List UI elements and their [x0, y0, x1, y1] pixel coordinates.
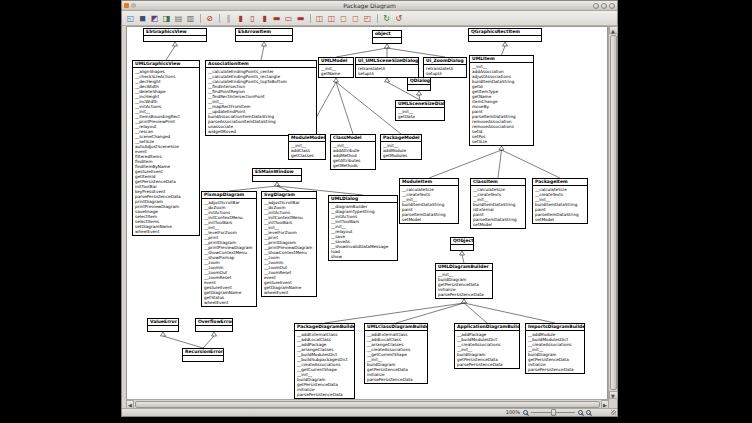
inheritance-edge	[336, 48, 387, 57]
inheritance-edge	[336, 82, 401, 134]
class-box-PixmapDiagram[interactable]: PixmapDiagram__adjustScrollBar__doZoom__…	[201, 191, 257, 307]
class-name: PixmapDiagram	[202, 192, 256, 199]
class-box-UMLGraphicsView[interactable]: UMLGraphicsView__alignShapes__checkSizeA…	[132, 60, 200, 236]
class-name: UMLClassDiagramBuilder	[365, 324, 427, 331]
same-width-icon[interactable]: ◻	[338, 13, 349, 24]
align-top-icon[interactable]: ▬	[271, 13, 282, 24]
class-box-PackageDiagramBuilder[interactable]: PackageDiagramBuilder__addExternalClass_…	[294, 323, 355, 399]
class-members: __init__getName	[319, 65, 353, 77]
diagram-canvas[interactable]: E5GraphicsViewE5ArrowItemobjectQGraphics…	[127, 27, 610, 408]
inheritance-arrow	[385, 44, 390, 48]
inheritance-arrow	[462, 299, 467, 303]
align-bottom-icon[interactable]: ▬	[295, 13, 306, 24]
class-box-UMLSceneSizeDialog[interactable]: UMLSceneSizeDialog__init__getData	[395, 100, 445, 121]
class-box-E5MainWindow[interactable]: E5MainWindow	[252, 168, 302, 182]
delete-shapes-icon[interactable]: ⊘	[204, 13, 215, 24]
space-horizontally-icon[interactable]: ◫	[314, 13, 325, 24]
class-members: __init__buildDiagramgetPersistenceDatain…	[436, 271, 492, 298]
vertical-scrollbar-thumb[interactable]	[610, 35, 617, 390]
zoom-in-icon[interactable]	[578, 410, 583, 415]
class-box-ApplicationDiagramBuilder[interactable]: ApplicationDiagramBuilder__addPackage__b…	[454, 323, 520, 369]
window-content: E5GraphicsViewE5ArrowItemobjectQGraphics…	[122, 26, 617, 399]
class-name: ModuleModel	[289, 135, 325, 142]
class-name: ClassItem	[471, 179, 525, 186]
align-vcenter-icon[interactable]: ▭	[283, 13, 294, 24]
inheritance-arrow	[262, 42, 267, 46]
inheritance-edge	[502, 150, 561, 178]
class-members: retranslateUisetupUi	[424, 65, 466, 77]
class-members	[144, 36, 206, 41]
class-members: __init__addModulegetModules	[381, 142, 421, 159]
same-size-icon[interactable]: ◰	[362, 13, 373, 24]
class-box-QDialog[interactable]: QDialog	[407, 77, 431, 91]
zoom-slider[interactable]	[531, 409, 575, 416]
class-box-SvgDiagram[interactable]: SvgDiagram__adjustScrollBar__doZoom__ini…	[261, 191, 317, 297]
align-hcenter-icon[interactable]: ▯	[247, 13, 258, 24]
class-name: UMLSceneSizeDialog	[396, 101, 444, 108]
class-box-OverflowError[interactable]: OverflowError	[195, 318, 233, 332]
class-box-object[interactable]: object	[372, 30, 402, 44]
class-name: QDialog	[408, 78, 430, 85]
class-box-E5GraphicsView[interactable]: E5GraphicsView	[143, 28, 207, 42]
class-members	[408, 85, 430, 90]
class-box-UMLClassDiagramBuilder[interactable]: UMLClassDiagramBuilder__addExternalClass…	[364, 323, 428, 384]
open-diagram-icon[interactable]: ◱	[125, 13, 136, 24]
inheritance-arrow	[334, 78, 339, 82]
class-members: __init__addAttributeaddMethodgetAttribut…	[331, 142, 375, 169]
class-members: __calculateSize__createTexts__init__buil…	[400, 186, 458, 223]
class-box-RecursionError[interactable]: RecursionError	[182, 348, 224, 362]
same-height-icon[interactable]: ◻	[350, 13, 361, 24]
space-vertically-icon[interactable]: ◫	[326, 13, 337, 24]
inheritance-arrow	[161, 332, 166, 336]
toolbar-separator	[219, 14, 220, 23]
class-box-PackageItem[interactable]: PackageItem__calculateSize__createTexts_…	[532, 178, 588, 224]
class-name: UMLItem	[470, 56, 533, 63]
align-right-icon[interactable]: ▮	[259, 13, 270, 24]
class-box-PackageModel[interactable]: PackageModel__init__addModulegetModules	[380, 134, 422, 160]
zoom-out-icon[interactable]	[523, 410, 528, 415]
inheritance-arrow	[212, 332, 217, 336]
class-box-ClassItem[interactable]: ClassItem__calculateSize__createTexts__i…	[470, 178, 526, 229]
inheritance-edge	[163, 336, 203, 348]
class-box-UMLItem[interactable]: UMLItem__init__addAssociationadjustAssoc…	[469, 55, 534, 146]
toolbar-separator	[377, 14, 378, 23]
inheritance-edge	[429, 150, 502, 178]
resize-grip[interactable]	[611, 410, 616, 415]
class-box-UMLDialog[interactable]: UMLDialog__diagramBuilder__diagramTypeSt…	[328, 195, 398, 261]
zoom-level-label: 100%	[506, 409, 520, 416]
class-members: __addModule__buildModulesDict__createAss…	[526, 331, 584, 373]
save-as-image-icon[interactable]: ◨	[161, 13, 172, 24]
class-members	[196, 326, 232, 331]
class-box-ImportsDiagramBuilder[interactable]: ImportsDiagramBuilder__addModule__buildM…	[525, 323, 585, 374]
class-box-UMLDiagramBuilder[interactable]: UMLDiagramBuilder__init__buildDiagramget…	[435, 263, 493, 299]
class-name: Ui_UMLSceneSizeDialog	[356, 58, 418, 65]
class-box-QObject[interactable]: QObject	[450, 237, 474, 251]
save-diagram-as-icon[interactable]: ◩	[149, 13, 160, 24]
save-diagram-icon[interactable]: ◼	[137, 13, 148, 24]
class-box-AssociationItem[interactable]: AssociationItem__calculateEndingPoints_c…	[205, 60, 317, 136]
class-box-ModuleModel[interactable]: ModuleModel__init__addClassgetClasses	[288, 134, 326, 160]
class-members: __addExternalClass__addLocalClass__addPa…	[295, 331, 354, 398]
class-box-UMLModel[interactable]: UMLModel__init__getName	[318, 57, 354, 78]
class-box-E5ArrowItem[interactable]: E5ArrowItem	[235, 28, 293, 42]
class-box-ClassModel[interactable]: ClassModel__init__addAttributeaddMethodg…	[330, 134, 376, 170]
align-left-icon[interactable]: ▮	[235, 13, 246, 24]
print-diagram-icon[interactable]: ▤	[173, 13, 184, 24]
inheritance-arrow	[460, 251, 465, 255]
class-box-QGraphicsRectItem[interactable]: QGraphicsRectItem	[468, 28, 542, 42]
redo-icon[interactable]: ↻	[381, 13, 392, 24]
class-members	[253, 176, 301, 181]
title-bar[interactable]: Package Diagram	[122, 1, 617, 11]
class-box-Ui_ZoomDialog[interactable]: Ui_ZoomDialogretranslateUisetupUi	[423, 57, 467, 78]
zoom-reset-icon[interactable]	[586, 410, 591, 415]
class-box-ValueError[interactable]: ValueError	[147, 318, 179, 332]
class-name: object	[373, 31, 401, 38]
class-box-Ui_UMLSceneSizeDialog[interactable]: Ui_UMLSceneSizeDialogretranslateUisetupU…	[355, 57, 419, 78]
zoom-slider-handle[interactable]	[551, 409, 556, 416]
class-box-ModuleItem[interactable]: ModuleItem__calculateSize__createTexts__…	[399, 178, 459, 224]
class-name: UMLGraphicsView	[133, 61, 199, 68]
print-preview-icon[interactable]: ▥	[185, 13, 196, 24]
paperclip-icon[interactable]: ∥	[223, 13, 234, 24]
undo-icon[interactable]: ↺	[393, 13, 404, 24]
class-name: PackageModel	[381, 135, 421, 142]
